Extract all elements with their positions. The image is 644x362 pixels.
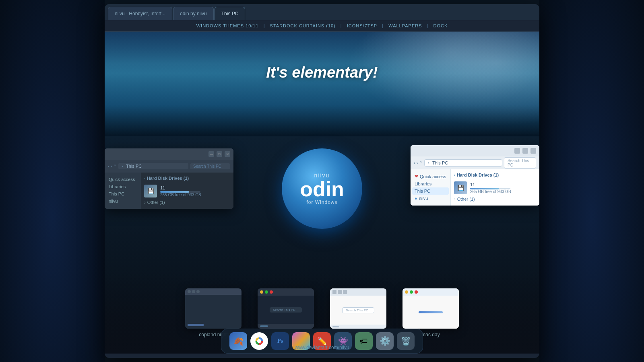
sidebar-libraries-dark[interactable]: Libraries <box>106 183 139 190</box>
sidebar-libraries-light[interactable]: Libraries <box>412 180 449 187</box>
tb-mac-night <box>258 288 314 296</box>
mac-btn-red-day <box>415 290 418 294</box>
other-item-light[interactable]: › Other (1) <box>454 196 536 202</box>
close-btn-dark[interactable]: ✕ <box>225 151 230 157</box>
body-mac-day <box>402 296 459 329</box>
sidebar-this-pc-light[interactable]: This PC <box>412 187 449 195</box>
drive-item-dark: 💾 11 265 GB free of 933 GB <box>144 183 230 199</box>
mini-bar-blue-day <box>419 311 443 313</box>
mac-btn-red-night <box>270 290 273 294</box>
maximize-btn-dark[interactable]: □ <box>217 151 222 157</box>
sidebar-quick-access-dark[interactable]: Quick access <box>106 176 139 183</box>
tab-this-pc[interactable]: This PC <box>215 7 246 20</box>
hard-disk-header-dark: › Hard Disk Drives (1) <box>144 176 230 181</box>
nav-link-themes[interactable]: WINDOWS THEMES 10/11 <box>196 23 259 28</box>
logo-for-windows-text: for Windows <box>306 200 337 205</box>
sidebar-niivu-light[interactable]: ● niivu <box>412 195 449 202</box>
logo-circle: niivu odin for Windows <box>282 148 362 229</box>
nav-link-wallpapers[interactable]: WALLPAPERS <box>388 23 422 28</box>
mac-btn-yellow-day <box>405 290 408 294</box>
label-mac-day: mac day <box>421 332 440 337</box>
nav-link-icons[interactable]: ICONS/7TSP <box>347 23 377 28</box>
minimize-btn-dark[interactable]: — <box>208 151 214 157</box>
explorer-dark-toolbar: ‹ › ⌃ › This PC Search This PC <box>105 160 233 173</box>
tb-copland-night <box>185 288 242 295</box>
nav-separator3: | <box>382 23 385 28</box>
path-bar-dark[interactable]: › This PC <box>118 163 188 169</box>
explorer-dark-body: Quick access Libraries This PC niivu › H… <box>105 173 233 209</box>
explorer-light-body: ❤ Quick access Libraries This PC ● niivu <box>411 169 539 206</box>
sidebar-quick-access-light[interactable]: ❤ Quick access <box>412 173 449 180</box>
maximize-btn-light[interactable] <box>522 148 528 154</box>
tab-odin-by-niivu[interactable]: odin by niivu <box>173 7 214 20</box>
explorer-light: ‹ › ⌃ › This PC Search This PC <box>411 145 539 206</box>
nav-link-dock[interactable]: DOCK <box>433 23 448 28</box>
explorer-light-toolbar: ‹ › ⌃ › This PC Search This PC <box>411 156 539 169</box>
preview-thumb-mac-night: Search This PC <box>258 288 314 329</box>
search-box-light[interactable]: Search This PC <box>504 157 536 169</box>
path-bar-light[interactable]: › This PC <box>424 159 502 167</box>
explorer-dark-sidebar: Quick access Libraries This PC niivu <box>105 173 141 209</box>
bg-right <box>539 0 644 362</box>
tb-copland-day <box>330 288 386 296</box>
win-btn-3 <box>343 290 347 294</box>
svg-point-1 <box>257 339 261 343</box>
other-item-dark[interactable]: › Other (1) <box>144 199 230 206</box>
explorer-dark: — □ ✕ ‹ › ⌃ › This PC <box>105 148 233 209</box>
explorer-dark-main: › Hard Disk Drives (1) 💾 11 <box>141 173 233 209</box>
preview-thumb-mac-day <box>402 288 459 329</box>
drive-info-dark: 11 265 GB free of 933 GB <box>160 185 230 197</box>
bg-left <box>0 0 105 362</box>
tab-bar: niivu - Hobbyist, Interf... odin by niiv… <box>105 4 539 20</box>
mini-search-dark: Search This PC <box>270 307 302 313</box>
nav-bar: WINDOWS THEMES 10/11 | STARDOCK CURTAINS… <box>105 20 539 32</box>
center-logo: niivu odin for Windows <box>282 148 362 229</box>
nav-separator: | <box>264 23 267 28</box>
body-copland-day: Search This PC <box>330 296 386 325</box>
minimize-btn-light[interactable] <box>514 148 520 154</box>
nav-separator4: | <box>427 23 430 28</box>
drive-info-light: 11 265 GB free of 933 GB <box>470 182 536 194</box>
preview-thumb-copland-night <box>185 288 242 329</box>
hero-title: It's elementary! <box>105 32 539 81</box>
hero-section: It's elementary! <box>105 32 539 136</box>
win-btn-1 <box>332 290 336 294</box>
close-btn-light[interactable] <box>530 148 536 154</box>
logo-odin-text: odin <box>300 179 344 200</box>
tb-mac-day <box>402 288 459 296</box>
drive-icon-dark: 💾 <box>144 185 157 197</box>
drive-item-light: 💾 11 265 GB free of 933 GB <box>454 180 536 196</box>
explorer-dark-title-bar: — □ ✕ <box>105 148 233 160</box>
sidebar-niivu-dark[interactable]: niivu <box>106 197 139 205</box>
explorer-light-main: › Hard Disk Drives (1) 💾 11 <box>451 169 539 206</box>
body-mac-night: Search This PC <box>258 296 314 324</box>
browser-window: niivu - Hobbyist, Interf... odin by niiv… <box>105 4 539 358</box>
mini-search-light: Search This PC <box>342 307 374 313</box>
search-box-dark[interactable]: Search This PC <box>190 163 230 169</box>
mini-bar-copland-night <box>188 324 204 326</box>
body-copland-night <box>185 295 242 329</box>
explorer-light-title-bar <box>411 145 539 156</box>
nav-separator2: | <box>341 23 344 28</box>
mac-btn-yellow-night <box>260 290 263 294</box>
drive-icon-light: 💾 <box>454 181 467 194</box>
mac-btn-green-night <box>265 290 268 294</box>
explorer-light-sidebar: ❤ Quick access Libraries This PC ● niivu <box>411 169 451 206</box>
nav-link-curtains[interactable]: STARDOCK CURTAINS (10) <box>270 23 336 28</box>
windows-area: — □ ✕ ‹ › ⌃ › This PC <box>105 156 539 269</box>
win-btn-2 <box>338 290 342 294</box>
tab-niivu-hobbyist[interactable]: niivu - Hobbyist, Interf... <box>108 7 172 20</box>
url-bar: www.deviantart.com/niivu <box>105 345 539 350</box>
hard-disk-header-light: › Hard Disk Drives (1) <box>454 173 536 177</box>
sidebar-this-pc-dark[interactable]: This PC <box>106 190 139 197</box>
main-content: It's elementary! — □ ✕ <box>105 32 539 358</box>
preview-thumb-copland-day: Search This PC <box>330 288 386 329</box>
mac-btn-green-day <box>410 290 413 294</box>
